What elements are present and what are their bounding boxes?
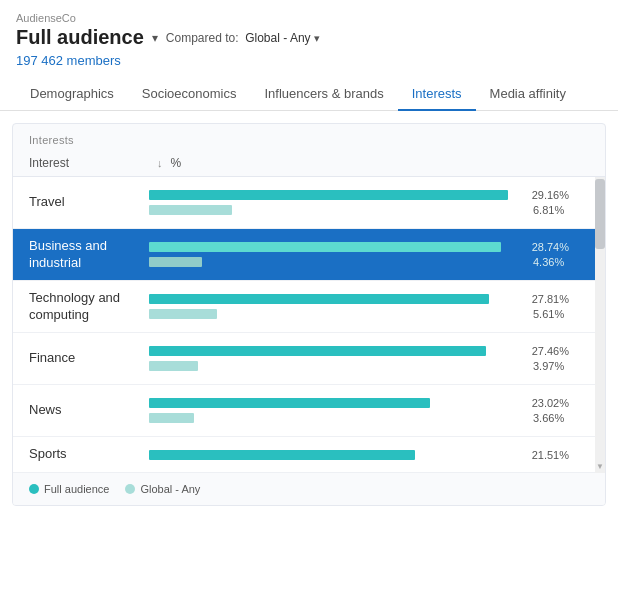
- table-body: Travel 29.16% 6.81% Bu: [13, 177, 605, 473]
- page-header: AudienseCo Full audience ▾ Compared to: …: [0, 0, 618, 68]
- section-label: Interests: [13, 124, 605, 150]
- audience-dropdown-icon[interactable]: ▾: [152, 31, 158, 45]
- tab-influencers[interactable]: Influencers & brands: [250, 78, 397, 111]
- scroll-down-arrow[interactable]: ▼: [596, 463, 604, 471]
- interest-label: Sports: [29, 446, 149, 463]
- bars-area: 28.74% 4.36%: [149, 241, 589, 268]
- table-row[interactable]: News 23.02% 3.66%: [13, 385, 605, 437]
- interest-label: Finance: [29, 350, 149, 367]
- interest-label: News: [29, 402, 149, 419]
- tab-media-affinity[interactable]: Media affinity: [476, 78, 580, 111]
- bar-row-compare: 6.81%: [149, 204, 569, 216]
- bar-row-compare: 3.97%: [149, 360, 569, 372]
- bar-row-main: 27.46%: [149, 345, 569, 357]
- interest-label: Travel: [29, 194, 149, 211]
- table-row[interactable]: Finance 27.46% 3.97%: [13, 333, 605, 385]
- bars-area: 23.02% 3.66%: [149, 397, 589, 424]
- table-row[interactable]: Sports 21.51%: [13, 437, 605, 473]
- audience-title: Full audience: [16, 26, 144, 49]
- legend-dot-compare: [125, 484, 135, 494]
- interest-label: Technology and computing: [29, 290, 149, 324]
- bar-row-compare: 4.36%: [149, 256, 569, 268]
- bars-area: 21.51%: [149, 449, 589, 461]
- bars-area: 27.81% 5.61%: [149, 293, 589, 320]
- bar-row-compare: 3.66%: [149, 412, 569, 424]
- bar-row-main: 23.02%: [149, 397, 569, 409]
- scrollbar-track[interactable]: ▼: [595, 177, 605, 473]
- legend-full-audience: Full audience: [29, 483, 109, 495]
- bars-area: 27.46% 3.97%: [149, 345, 589, 372]
- bar-row-main: 27.81%: [149, 293, 569, 305]
- bar-row-compare: 5.61%: [149, 308, 569, 320]
- bar-row-main: 21.51%: [149, 449, 569, 461]
- compared-to-label: Compared to: Global - Any ▾: [166, 31, 320, 45]
- table-row[interactable]: Technology and computing 27.81% 5.61%: [13, 281, 605, 333]
- app-name: AudienseCo: [16, 12, 602, 24]
- sort-icon[interactable]: ↓: [157, 157, 163, 169]
- table-header: Interest ↓ %: [13, 150, 605, 177]
- table-row[interactable]: Business and industrial 28.74% 4.36%: [13, 229, 605, 281]
- bars-area: 29.16% 6.81%: [149, 189, 589, 216]
- bar-row-main: 28.74%: [149, 241, 569, 253]
- chart-legend: Full audience Global - Any: [13, 473, 605, 505]
- scrollbar-thumb[interactable]: [595, 179, 605, 249]
- tab-socioeconomics[interactable]: Socioeconomics: [128, 78, 251, 111]
- compared-to-dropdown-icon[interactable]: ▾: [314, 32, 320, 44]
- tabs-bar: Demographics Socioeconomics Influencers …: [0, 78, 618, 111]
- col-pct-header: %: [171, 156, 182, 170]
- col-interest-header: Interest: [29, 156, 149, 170]
- legend-global-any: Global - Any: [125, 483, 200, 495]
- table-row[interactable]: Travel 29.16% 6.81%: [13, 177, 605, 229]
- bar-row-main: 29.16%: [149, 189, 569, 201]
- tab-demographics[interactable]: Demographics: [16, 78, 128, 111]
- interest-label: Business and industrial: [29, 238, 149, 272]
- tab-interests[interactable]: Interests: [398, 78, 476, 111]
- members-count: 197 462 members: [16, 53, 602, 68]
- legend-dot-main: [29, 484, 39, 494]
- interests-panel: Interests Interest ↓ % Travel 29.16%: [12, 123, 606, 506]
- audience-row: Full audience ▾ Compared to: Global - An…: [16, 26, 602, 49]
